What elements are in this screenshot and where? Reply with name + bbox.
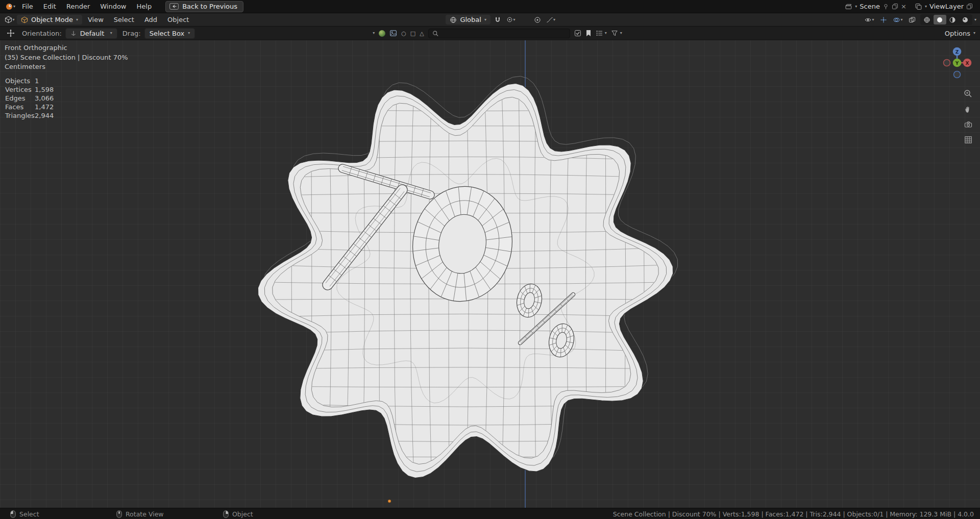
filter-dropdown[interactable]: ▾ [611,30,622,37]
bookmark-icon[interactable] [585,30,592,37]
menu-object[interactable]: Object [163,14,193,25]
stat-value: 3,066 [35,94,54,102]
camera-view-button[interactable] [963,119,973,130]
mode-dropdown[interactable]: Object Mode ▾ [17,15,82,24]
duplicate-icon[interactable] [892,3,898,10]
toggle-xray-icon [909,16,916,23]
image-icon[interactable] [389,30,397,37]
orientation-dropdown[interactable]: Default ▾ [65,28,117,39]
stat-row: Faces1,472 [5,103,54,111]
axis-minus-z-ball[interactable] [954,71,961,78]
transform-orientation-dropdown[interactable]: Global ▾ [446,15,491,24]
hint-select: Select [10,508,39,519]
svg-text:Y: Y [955,61,959,66]
shading-wireframe-button[interactable] [921,15,934,24]
hint-label: Object [232,510,253,518]
menu-render[interactable]: Render [62,1,94,12]
hint-label: Select [19,510,39,518]
show-gizmo-toggle[interactable] [877,15,890,25]
drag-dropdown[interactable]: Select Box ▾ [144,28,195,39]
blender-menu-button[interactable]: ▾ [4,2,16,12]
pan-button[interactable] [963,104,973,114]
back-arrow-key-icon [169,3,179,10]
shading-solid-button[interactable] [934,15,946,24]
viewport-canvas[interactable]: 70% [0,40,980,508]
tool-settings-bar: Orientation: Default ▾ Drag: Select Box … [0,27,980,40]
proportional-editing-toggle[interactable] [531,15,544,25]
viewport[interactable]: 70% Front Orthographic (35) Scene Collec… [0,40,980,508]
menu-add[interactable]: Add [140,14,162,25]
menu-window[interactable]: Window [95,1,131,12]
axis-minus-x-ball[interactable] [944,60,950,66]
options-dropdown[interactable]: Options ▾ [945,30,975,37]
menu-edit[interactable]: Edit [39,1,61,12]
shading-rendered-button[interactable] [959,15,972,24]
globe-icon [450,16,457,23]
chevron-down-icon: ▾ [872,18,874,22]
triangle-icon[interactable]: △ [420,30,424,37]
chevron-down-icon[interactable]: ▾ [373,31,375,35]
shading-wireframe-icon [923,16,930,23]
chevron-down-icon: ▾ [12,18,14,22]
duplicate-icon[interactable] [966,3,973,10]
snapping-dropdown[interactable]: ▾ [505,15,517,25]
hint-rotate-view: Rotate View [116,508,164,519]
menu-view[interactable]: View [83,14,108,25]
viewlayer-selector[interactable]: ▾ ViewLayer [912,3,976,10]
circle-icon[interactable]: ○ [401,30,406,37]
shading-material-icon [949,16,956,23]
checkbox-icon[interactable] [574,30,581,37]
visibility-dropdown[interactable]: ▾ [863,15,875,25]
chevron-down-icon: ▾ [110,31,112,35]
proportional-falloff-dropdown[interactable]: ▾ [545,15,557,25]
shading-mode-group [920,14,972,25]
drag-label: Drag: [122,30,141,37]
show-gizmo-icon [880,16,887,23]
blender-logo-icon [5,3,13,11]
menu-select[interactable]: Select [109,14,139,25]
navigation-gizmo[interactable]: Z X Y [940,45,974,83]
topbar-right: ▾ Scene × ▾ ViewLayer [842,3,976,10]
units-label: Centimeters [5,62,128,72]
axis-y-ball[interactable]: Y [953,59,962,67]
search-field[interactable] [428,29,570,38]
orientation-global-label: Global [460,16,481,23]
scene-selector[interactable]: ▾ Scene × [842,3,910,10]
toggle-ortho-button[interactable] [963,134,973,145]
shading-rendered-icon [962,16,969,23]
chevron-down-icon[interactable]: ▾ [974,18,976,22]
viewport-nav-buttons [963,88,973,145]
show-overlays-toggle[interactable]: ▾ [892,15,904,25]
snapping-toggle[interactable] [492,15,504,25]
back-to-previous-button[interactable]: Back to Previous [165,1,243,12]
chevron-down-icon: ▾ [13,5,15,9]
shading-solid-icon [936,16,943,23]
svg-text:Z: Z [955,50,959,55]
editor-type-button[interactable]: ▾ [4,15,16,25]
search-input[interactable] [442,30,566,37]
menu-help[interactable]: Help [132,1,157,12]
toggle-xray-button[interactable] [906,15,918,25]
shading-material-button[interactable] [946,15,959,24]
axis-x-ball[interactable]: X [963,59,972,67]
stat-label: Edges [5,94,35,103]
stat-label: Vertices [5,85,35,94]
status-info: Scene Collection | Discount 70% | Verts:… [613,508,974,519]
pin-icon[interactable] [883,3,889,10]
menu-file[interactable]: File [17,1,38,12]
chevron-down-icon: ▾ [188,31,190,35]
material-sphere-icon[interactable] [379,30,385,37]
viewport-header-right: ▾ ▾ [863,14,976,25]
pan-hand-icon [964,105,972,113]
zoom-button[interactable] [963,88,973,99]
visibility-eye-icon [864,16,872,23]
mouse-left-icon [10,510,16,518]
display-mode-dropdown[interactable]: ▾ [596,30,607,37]
unlink-x-icon[interactable]: × [901,3,906,10]
zoom-icon [964,89,972,98]
active-tool-button[interactable] [5,28,17,38]
axis-z-ball[interactable]: Z [953,47,962,56]
stat-row: Edges3,066 [5,94,54,103]
square-icon[interactable]: □ [410,30,415,37]
scene-icon [845,3,852,10]
